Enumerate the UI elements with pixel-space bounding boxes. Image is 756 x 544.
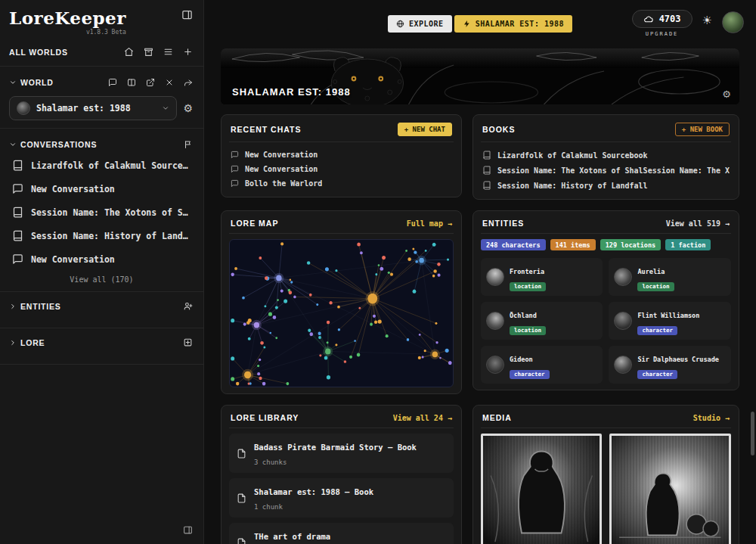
banner-settings-button[interactable]: ⚙	[722, 89, 731, 99]
world-export-button[interactable]	[144, 76, 156, 89]
book-icon	[482, 181, 491, 190]
conversation-item[interactable]: Lizardfolk of Calakmul Source…	[9, 154, 194, 177]
entity-type-chip: character	[510, 370, 550, 379]
entity-name: Gideon	[510, 356, 533, 363]
lore-library-title: LORE LIBRARY	[231, 413, 299, 422]
conversation-item[interactable]: New Conversation	[9, 177, 194, 201]
chat-item[interactable]: New Conversation	[229, 162, 454, 176]
plus-icon	[183, 47, 193, 57]
upgrade-link[interactable]: UPGRADE	[646, 31, 679, 37]
list-icon	[163, 47, 173, 57]
mode-switcher: EXPLORE SHALAMAR EST: 1988	[388, 15, 572, 33]
credits-pill[interactable]: 4703	[632, 10, 692, 28]
archive-box-icon	[144, 47, 153, 57]
collapse-sidebar-button[interactable]	[180, 8, 194, 22]
conversation-list: Lizardfolk of Calakmul Source… New Conve…	[9, 154, 194, 271]
panel-right-icon	[183, 525, 193, 535]
add-entity-button[interactable]	[181, 300, 194, 312]
active-world-tab[interactable]: SHALAMAR EST: 1988	[454, 15, 572, 33]
entity-item[interactable]: Flint Williamson character	[609, 302, 731, 340]
lore-map-preview[interactable]	[229, 239, 454, 387]
conversation-item[interactable]: Session Name: History of Land…	[9, 224, 194, 247]
world-share-button[interactable]	[182, 76, 194, 89]
user-avatar[interactable]	[722, 11, 744, 33]
world-settings-button[interactable]: ⚙	[181, 101, 194, 115]
lore-library-card: LORE LIBRARY View all 24 → Badass Pirate…	[221, 405, 462, 544]
library-item[interactable]: THe art of drama6 chunks	[229, 523, 454, 544]
scrollbar-thumb[interactable]	[751, 412, 754, 455]
conversation-label: Session Name: History of Land…	[31, 231, 188, 241]
media-image[interactable]	[481, 434, 603, 544]
studio-link[interactable]: Studio →	[693, 414, 730, 422]
new-book-button[interactable]: + NEW BOOK	[675, 123, 730, 136]
new-chat-button[interactable]: + NEW CHAT	[398, 123, 452, 136]
world-chat-button[interactable]	[107, 76, 119, 89]
entity-avatar	[614, 356, 632, 374]
topbar-right: 4703 UPGRADE ☀	[632, 10, 744, 37]
world-close-button[interactable]	[163, 76, 175, 89]
recent-chats-title: RECENT CHATS	[231, 125, 301, 134]
sidebar-bottom-panel-button[interactable]	[181, 524, 194, 536]
entity-item[interactable]: Sir Dalphaeus Crusade character	[609, 346, 731, 384]
chat-item[interactable]: Bollo the Warlord	[229, 176, 454, 191]
archive-button[interactable]	[142, 45, 155, 58]
app-logo: LoreKeeper	[9, 8, 126, 28]
library-item-title: THe art of drama	[254, 532, 330, 541]
chat-bubble-icon	[231, 151, 239, 159]
theme-toggle-button[interactable]: ☀	[702, 15, 712, 26]
lore-section-toggle[interactable]: LORE	[9, 328, 194, 356]
credits-count: 4703	[659, 14, 681, 24]
add-lore-button[interactable]	[181, 336, 194, 349]
chat-bubble-icon	[12, 253, 23, 265]
entities-section-toggle[interactable]: ENTITIES	[9, 292, 194, 320]
entity-avatar	[614, 312, 632, 330]
recent-chats-card: RECENT CHATS + NEW CHAT New Conversation…	[221, 114, 462, 197]
items-count-badge[interactable]: 141 items	[550, 239, 596, 250]
chat-bubble-icon	[108, 78, 117, 87]
lore-map-card: LORE MAP Full map →	[221, 210, 462, 394]
library-item-meta: 3 chunks	[254, 459, 287, 466]
app-version: v1.8.3 Beta	[9, 29, 126, 36]
entity-item[interactable]: Öchland location	[481, 302, 603, 340]
view-all-entities-link[interactable]: View all 519 →	[666, 219, 730, 228]
media-card: MEDIA Studio →	[472, 405, 739, 544]
conversation-item[interactable]: Session Name: The Xotons of S…	[9, 201, 194, 224]
library-item[interactable]: Badass Pirate Barmaid Story — Book3 chun…	[229, 434, 454, 473]
entity-name: Öchland	[510, 312, 537, 319]
view-all-library-link[interactable]: View all 24 →	[393, 414, 452, 422]
world-section-toggle[interactable]: WORLD	[9, 78, 54, 87]
conversations-section-toggle[interactable]: CONVERSATIONS	[9, 140, 97, 149]
dashboard-grid: RECENT CHATS + NEW CHAT New Conversation…	[221, 114, 739, 544]
entity-name: Fronteria	[510, 268, 544, 275]
book-item[interactable]: Session Name: The Xotons of ShalSession …	[481, 163, 731, 178]
full-map-link[interactable]: Full map →	[407, 219, 452, 228]
characters-count-badge[interactable]: 248 characters	[481, 239, 546, 250]
home-button[interactable]	[122, 45, 135, 58]
chat-item[interactable]: New Conversation	[229, 148, 454, 162]
entity-type-chip: location	[510, 326, 546, 335]
locations-count-badge[interactable]: 129 locations	[600, 239, 662, 250]
library-item[interactable]: Shalamar est: 1988 — Book1 chunk	[229, 478, 454, 518]
entity-item[interactable]: Fronteria location	[481, 258, 603, 296]
view-all-conversations-link[interactable]: View all (170)	[9, 275, 194, 284]
book-item[interactable]: Session Name: History of Landfall	[481, 178, 731, 193]
world-section-label: WORLD	[20, 78, 54, 87]
world-columns-button[interactable]	[125, 76, 138, 89]
logo-block: LoreKeeper v1.8.3 Beta	[9, 8, 126, 36]
add-world-button[interactable]	[181, 45, 194, 58]
explore-tab-label: EXPLORE	[409, 20, 444, 28]
conversation-item[interactable]: New Conversation	[9, 247, 194, 271]
factions-count-badge[interactable]: 1 faction	[665, 239, 711, 250]
book-item[interactable]: Lizardfolk of Calakmul Sourcebook	[481, 148, 731, 163]
pin-conversation-button[interactable]	[182, 138, 194, 151]
entity-item[interactable]: Gideon character	[481, 346, 603, 384]
entity-item[interactable]: Aurelia location	[609, 258, 731, 296]
list-view-button[interactable]	[162, 45, 175, 58]
all-worlds-label: ALL WORLDS	[9, 48, 68, 57]
explore-tab[interactable]: EXPLORE	[388, 15, 452, 33]
media-image[interactable]	[609, 434, 731, 544]
world-select[interactable]: Shalamar est: 1988	[9, 96, 177, 120]
book-item-label: Session Name: History of Landfall	[497, 182, 648, 190]
chat-bubble-icon	[231, 179, 239, 188]
close-x-icon	[165, 78, 174, 87]
